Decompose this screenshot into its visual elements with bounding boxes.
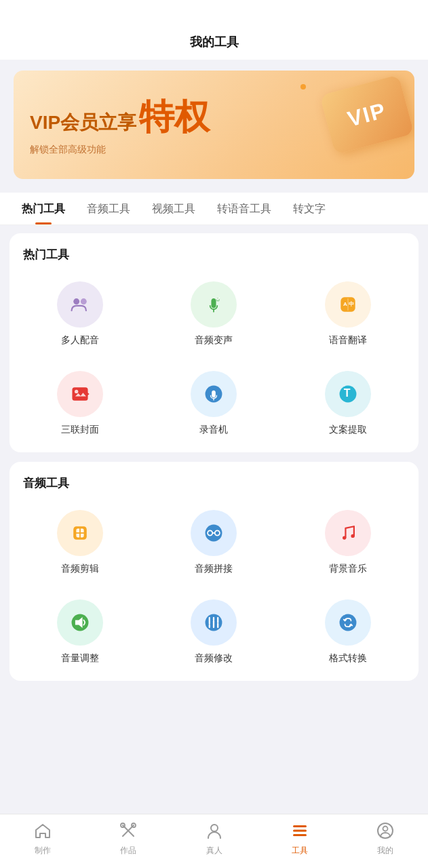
tool-voice-change[interactable]: 音频变声	[151, 273, 278, 356]
person-icon	[206, 822, 223, 842]
nav-label-create: 制作	[35, 845, 51, 856]
svg-rect-37	[293, 825, 307, 827]
nav-item-tools[interactable]: 工具	[257, 822, 343, 861]
svg-rect-38	[293, 830, 307, 832]
tool-label-audio-join: 音频拼接	[195, 563, 233, 575]
page-header: 我的工具	[0, 0, 428, 60]
nav-label-avatar: 真人	[206, 845, 222, 856]
tool-audio-modify[interactable]: 音频修改	[151, 591, 278, 674]
tools-icon	[291, 822, 309, 842]
svg-point-41	[383, 827, 387, 831]
tab-video-tools[interactable]: 视频工具	[141, 193, 206, 224]
tool-label-triple-cover: 三联封面	[61, 424, 99, 436]
nav-item-works[interactable]: 作品	[85, 822, 171, 861]
tool-format-convert[interactable]: 格式转换	[284, 591, 412, 674]
banner-text: VIP会员立享 特权 解锁全部高级功能	[30, 94, 210, 156]
tool-label-voice-change: 音频变声	[195, 334, 233, 347]
tool-text-extract[interactable]: T 文案提取	[284, 363, 412, 446]
svg-point-33	[340, 614, 357, 631]
tool-label-volume: 音量调整	[61, 652, 99, 665]
tool-icon-text-extract: T	[325, 371, 371, 417]
tool-label-format-convert: 格式转换	[329, 652, 367, 665]
tool-label-recorder: 录音机	[199, 424, 228, 436]
svg-point-23	[351, 534, 355, 538]
banner-vip-prefix: VIP会员立享	[30, 110, 136, 136]
bottom-navigation: 制作 作品 真人	[0, 814, 428, 868]
svg-rect-39	[293, 834, 307, 836]
tool-icon-bg-music	[325, 510, 371, 556]
svg-text:中: 中	[349, 301, 354, 307]
tool-voice-translate[interactable]: A 中 语音翻译	[284, 273, 412, 356]
banner-privilege: 特权	[139, 94, 210, 141]
tool-icon-audio-edit	[57, 510, 103, 556]
tool-label-audio-edit: 音频剪辑	[61, 563, 99, 575]
vip-card-badge: VIP	[319, 75, 414, 155]
audio-tools-section: 音频工具 音频剪辑	[9, 462, 419, 681]
scissors-nav-icon	[119, 822, 137, 842]
audio-tools-grid: 音频剪辑 音频拼接	[16, 502, 412, 674]
tab-speech-tools[interactable]: 转语音工具	[206, 193, 282, 224]
tool-bg-music[interactable]: 背景音乐	[284, 502, 412, 585]
tool-icon-multi-voice	[57, 281, 103, 328]
nav-item-profile[interactable]: 我的	[343, 822, 428, 861]
tab-audio-tools[interactable]: 音频工具	[76, 193, 141, 224]
svg-text:T: T	[344, 387, 351, 399]
banner-dot-decoration	[300, 84, 306, 90]
tool-icon-recorder	[191, 371, 237, 417]
hot-tools-title: 热门工具	[16, 247, 412, 273]
tab-hot-tools[interactable]: 热门工具	[11, 193, 76, 224]
vip-banner[interactable]: VIP会员立享 特权 解锁全部高级功能 VIP	[14, 71, 414, 179]
tool-label-audio-modify: 音频修改	[195, 652, 233, 665]
home-icon	[34, 822, 52, 842]
tool-icon-volume	[57, 599, 103, 646]
svg-point-9	[75, 390, 78, 393]
tab-text-tools[interactable]: 转文字	[282, 193, 336, 224]
audio-tools-title: 音频工具	[16, 475, 412, 502]
tool-label-bg-music: 背景音乐	[329, 563, 367, 575]
svg-text:A: A	[343, 301, 347, 307]
user-circle-icon	[376, 822, 394, 842]
svg-point-0	[73, 298, 79, 304]
nav-label-tools: 工具	[292, 845, 308, 856]
tool-icon-voice-translate: A 中	[325, 281, 371, 328]
tool-recorder[interactable]: 录音机	[151, 363, 278, 446]
page-title: 我的工具	[190, 35, 239, 49]
svg-point-1	[81, 298, 87, 304]
category-tabs: 热门工具 音频工具 视频工具 转语音工具 转文字	[0, 193, 428, 225]
tool-volume[interactable]: 音量调整	[16, 591, 144, 674]
tool-label-text-extract: 文案提取	[329, 424, 367, 436]
tool-label-multi-voice: 多人配音	[61, 334, 99, 347]
nav-item-create[interactable]: 制作	[0, 822, 85, 861]
tool-multi-voice[interactable]: 多人配音	[16, 273, 144, 356]
tool-audio-edit[interactable]: 音频剪辑	[16, 502, 144, 585]
tool-triple-cover[interactable]: 三联封面	[16, 363, 144, 446]
svg-point-36	[211, 825, 218, 831]
tool-icon-audio-modify	[191, 599, 237, 646]
hot-tools-grid: 多人配音 音频变声	[16, 273, 412, 446]
tool-icon-audio-join	[191, 510, 237, 556]
nav-item-avatar[interactable]: 真人	[171, 822, 256, 861]
tool-audio-join[interactable]: 音频拼接	[151, 502, 278, 585]
banner-subtitle: 解锁全部高级功能	[30, 144, 210, 156]
nav-label-works: 作品	[120, 845, 136, 856]
tool-label-voice-translate: 语音翻译	[329, 334, 367, 347]
tool-icon-triple-cover	[57, 371, 103, 417]
tool-icon-format-convert	[325, 599, 371, 646]
nav-label-profile: 我的	[377, 845, 393, 856]
svg-point-22	[343, 536, 346, 539]
tool-icon-voice-change	[191, 281, 237, 328]
hot-tools-section: 热门工具 多人配音	[9, 233, 419, 452]
